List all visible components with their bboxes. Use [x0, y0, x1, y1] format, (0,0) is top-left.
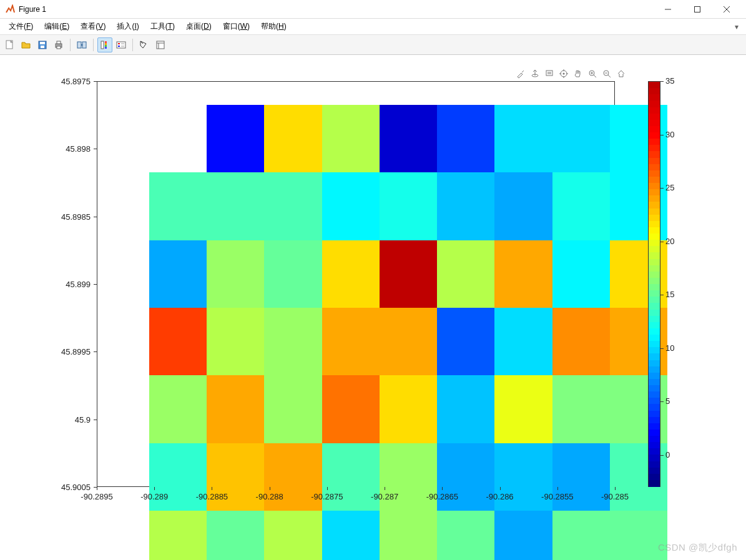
matlab-app-icon	[5, 4, 15, 14]
svg-rect-10	[57, 41, 61, 44]
menu-v[interactable]: 查看(V)	[76, 19, 110, 34]
data-cursor-icon[interactable]	[557, 67, 570, 80]
menu-w[interactable]: 窗口(W)	[218, 19, 255, 34]
heatmap-cell	[207, 172, 265, 240]
heatmap-cell	[552, 105, 611, 173]
heatmap-cell	[437, 240, 495, 308]
svg-rect-7	[40, 42, 45, 44]
axes[interactable]	[97, 81, 615, 487]
y-tick-label: 45.8985	[53, 212, 91, 221]
heatmap-cell	[264, 375, 322, 443]
heatmap-cell	[552, 511, 611, 560]
window-titlebar: Figure 1	[0, 0, 746, 19]
svg-rect-16	[105, 41, 107, 43]
open-icon[interactable]	[19, 37, 34, 52]
minimize-button[interactable]	[654, 0, 682, 19]
heatmap-cell	[437, 172, 495, 240]
y-tick-label: 45.8995	[53, 347, 91, 356]
svg-rect-17	[105, 43, 107, 45]
svg-rect-12	[77, 42, 81, 48]
heatmap-cell	[264, 105, 322, 173]
menubar-overflow-icon[interactable]: ▾	[735, 22, 742, 31]
x-tick-label: -90.287	[371, 492, 398, 501]
menu-i[interactable]: 插入(I)	[112, 19, 144, 34]
heatmap-cell	[322, 105, 380, 173]
y-tick-label: 45.8975	[53, 77, 91, 86]
brush-icon[interactable]	[514, 67, 527, 80]
menu-f[interactable]: 文件(F)	[4, 19, 38, 34]
zoom-in-icon[interactable]	[586, 67, 599, 80]
heatmap-cell	[437, 375, 495, 443]
x-tick-label: -90.286	[486, 492, 514, 501]
y-tick-label: 45.899	[53, 280, 91, 289]
x-tick-label: -90.2885	[196, 492, 228, 501]
insert-colorbar-icon[interactable]	[97, 37, 112, 52]
svg-rect-13	[82, 42, 86, 48]
menu-h[interactable]: 帮助(H)	[256, 19, 292, 34]
pan-icon[interactable]	[572, 67, 584, 80]
x-tick-label: -90.2855	[541, 492, 573, 501]
heatmap-cell	[380, 172, 438, 240]
x-tick-label: -90.288	[256, 492, 283, 501]
colorbar[interactable]	[648, 81, 660, 487]
colorbar-tick-label: 0	[665, 450, 670, 459]
menu-bar: 文件(F)编辑(E)查看(V)插入(I)工具(T)桌面(D)窗口(W)帮助(H)…	[0, 19, 746, 35]
figure-canvas: 45.897545.89845.898545.89945.899545.945.…	[0, 55, 746, 560]
print-icon[interactable]	[51, 37, 66, 52]
heatmap-cell	[552, 172, 611, 240]
heatmap-cell	[380, 240, 438, 308]
svg-rect-8	[41, 46, 44, 48]
svg-line-43	[608, 75, 611, 77]
heatmap-cell	[322, 511, 380, 560]
zoom-out-icon[interactable]	[601, 67, 613, 80]
heatmap-cell	[494, 172, 552, 240]
datatip-icon[interactable]	[543, 67, 556, 80]
svg-rect-2	[695, 6, 700, 12]
heatmap-cell	[322, 240, 380, 308]
menu-e[interactable]: 编辑(E)	[39, 19, 74, 34]
svg-rect-29	[546, 71, 552, 76]
new-figure-icon[interactable]	[2, 37, 17, 52]
heatmap-cell	[264, 308, 322, 376]
insert-legend-icon[interactable]	[114, 37, 129, 52]
heatmap-cell	[552, 375, 611, 443]
heatmap-cell	[494, 240, 552, 308]
edit-plot-icon[interactable]	[137, 37, 152, 52]
window-title: Figure 1	[19, 5, 46, 14]
x-tick-label: -90.2875	[311, 492, 343, 501]
heatmap-cell	[207, 308, 265, 376]
open-property-inspector-icon[interactable]	[153, 37, 168, 52]
svg-rect-20	[117, 42, 125, 48]
axes-toolbar	[514, 67, 627, 80]
x-tick-label: -90.285	[601, 492, 629, 501]
y-tick-label: 45.9	[53, 415, 91, 424]
heatmap-cell	[207, 511, 265, 560]
menu-t[interactable]: 工具(T)	[145, 19, 180, 34]
watermark-text: CSDN @凯少dfgh	[658, 542, 737, 554]
home-icon[interactable]	[615, 67, 627, 80]
heatmap-cell	[264, 240, 322, 308]
x-tick-label: -90.2865	[426, 492, 458, 501]
heatmap-cell	[552, 308, 611, 376]
heatmap-cell	[149, 375, 207, 443]
colorbar-tick-label: 10	[665, 343, 674, 353]
heatmap-cell	[494, 375, 552, 443]
heatmap-cell	[149, 172, 207, 240]
x-tick-label: -90.2895	[81, 492, 112, 501]
heatmap-cell	[149, 308, 207, 376]
heatmap-cell	[494, 308, 552, 376]
close-button[interactable]	[712, 0, 741, 19]
heatmap-cell	[322, 172, 380, 240]
heatmap-cell	[437, 308, 495, 376]
colorbar-tick-label: 20	[665, 237, 674, 246]
heatmap-cell	[322, 375, 380, 443]
colorbar-tick-label: 5	[665, 396, 670, 406]
heatmap-cell	[207, 240, 265, 308]
menu-d[interactable]: 桌面(D)	[181, 19, 217, 34]
rotate3d-icon[interactable]	[529, 67, 541, 80]
maximize-button[interactable]	[683, 0, 712, 19]
heatmap-cell	[437, 511, 495, 560]
heatmap-cell	[380, 375, 438, 443]
save-icon[interactable]	[35, 37, 50, 52]
link-axes-icon[interactable]	[74, 37, 89, 52]
